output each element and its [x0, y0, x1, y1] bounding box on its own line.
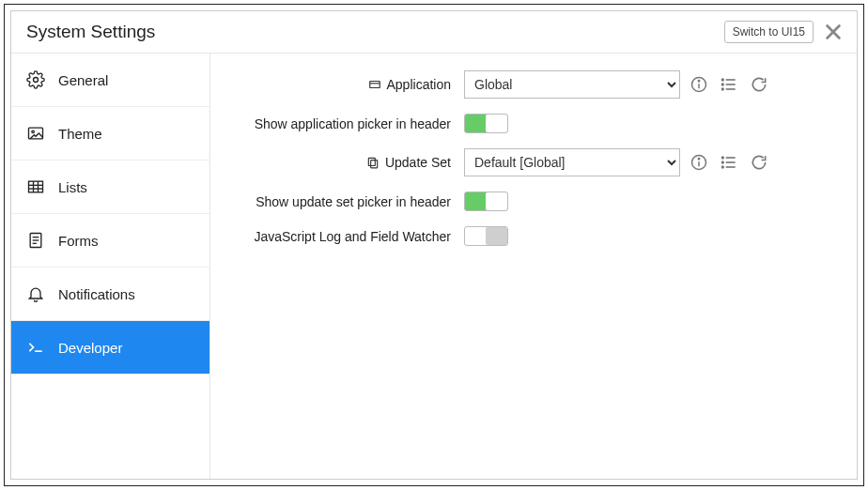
svg-rect-5: [29, 181, 43, 192]
svg-point-30: [698, 159, 699, 160]
app-picker-label: Show application picker in header: [255, 116, 451, 131]
sidebar-item-label: Developer: [58, 340, 122, 356]
svg-point-2: [34, 78, 39, 83]
row-application: Application Global: [220, 70, 819, 99]
js-log-toggle[interactable]: [464, 226, 508, 246]
list-icon[interactable]: [720, 75, 738, 94]
dialog-header: System Settings Switch to UI15: [11, 11, 857, 54]
svg-point-24: [722, 84, 724, 85]
svg-rect-15: [369, 82, 380, 88]
row-us-picker: Show update set picker in header: [220, 191, 819, 211]
row-update-set: Update Set Default [Global]: [220, 148, 819, 176]
sidebar-item-forms[interactable]: Forms: [11, 214, 209, 268]
row-app-picker: Show application picker in header: [220, 114, 819, 133]
sidebar-item-notifications[interactable]: Notifications: [11, 268, 209, 321]
application-label: Application: [387, 77, 452, 92]
settings-panel: Application Global: [210, 54, 857, 479]
svg-point-35: [722, 161, 724, 163]
sidebar-item-label: Lists: [58, 179, 87, 195]
app-picker-toggle[interactable]: [464, 114, 508, 133]
sidebar-item-theme[interactable]: Theme: [11, 107, 209, 161]
sidebar-item-label: Notifications: [58, 286, 135, 302]
update-set-select[interactable]: Default [Global]: [464, 148, 680, 176]
svg-rect-27: [371, 161, 378, 168]
dialog-title: System Settings: [26, 22, 724, 42]
js-log-label: JavaScript Log and Field Watcher: [254, 229, 451, 244]
application-icon: [368, 78, 381, 91]
update-set-label: Update Set: [385, 155, 451, 170]
svg-point-25: [722, 88, 724, 90]
sidebar-item-label: Theme: [58, 126, 102, 142]
refresh-icon[interactable]: [750, 153, 768, 172]
image-icon: [26, 124, 45, 143]
sidebar-item-general[interactable]: General: [11, 54, 209, 107]
info-icon[interactable]: [690, 153, 708, 172]
terminal-icon: [26, 338, 45, 357]
us-picker-label: Show update set picker in header: [256, 194, 451, 209]
svg-point-23: [722, 79, 724, 81]
sidebar-item-label: Forms: [58, 233, 99, 249]
sidebar-item-lists[interactable]: Lists: [11, 161, 209, 214]
svg-point-34: [722, 157, 724, 159]
row-js-log: JavaScript Log and Field Watcher: [220, 226, 819, 246]
us-picker-toggle[interactable]: [464, 191, 508, 211]
settings-dialog: System Settings Switch to UI15 General T…: [10, 10, 858, 480]
refresh-icon[interactable]: [750, 75, 768, 94]
info-icon[interactable]: [690, 75, 708, 94]
application-select[interactable]: Global: [464, 70, 680, 99]
list-icon[interactable]: [720, 153, 738, 172]
svg-point-4: [32, 130, 35, 133]
sidebar: General Theme Lists Forms: [11, 54, 210, 479]
close-icon[interactable]: [823, 22, 844, 42]
sidebar-item-developer[interactable]: Developer: [11, 321, 209, 375]
gear-icon: [26, 70, 45, 89]
svg-rect-26: [368, 158, 375, 165]
svg-point-19: [698, 81, 699, 82]
form-icon: [26, 231, 45, 250]
update-set-icon: [366, 156, 380, 169]
sidebar-item-label: General: [58, 72, 108, 88]
table-icon: [26, 177, 45, 196]
switch-ui15-button[interactable]: Switch to UI15: [724, 21, 814, 43]
bell-icon: [26, 284, 45, 303]
svg-point-36: [722, 166, 724, 168]
